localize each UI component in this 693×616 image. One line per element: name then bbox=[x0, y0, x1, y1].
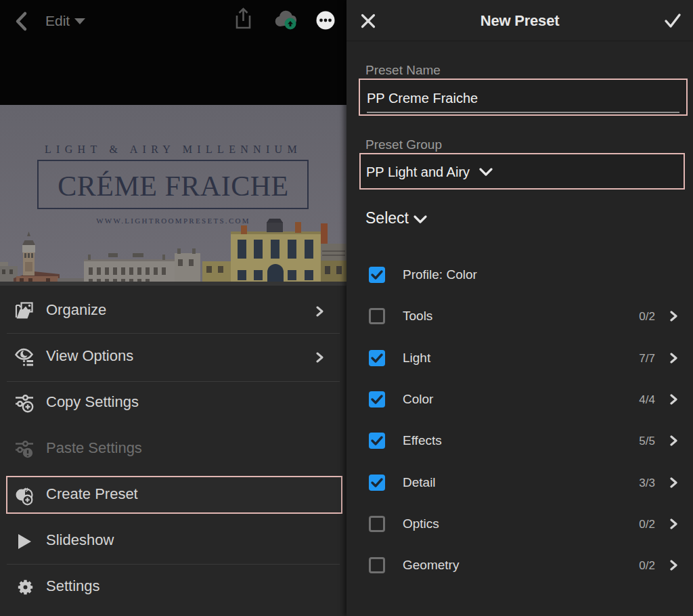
svg-text:WWW.LIGHTROOMPRESETS.COM: WWW.LIGHTROOMPRESETS.COM bbox=[96, 217, 250, 225]
svg-text:LIGHT & AIRY MILLENNIUM: LIGHT & AIRY MILLENNIUM bbox=[45, 144, 302, 155]
svg-text:CRÉME FRAICHE: CRÉME FRAICHE bbox=[58, 171, 288, 202]
